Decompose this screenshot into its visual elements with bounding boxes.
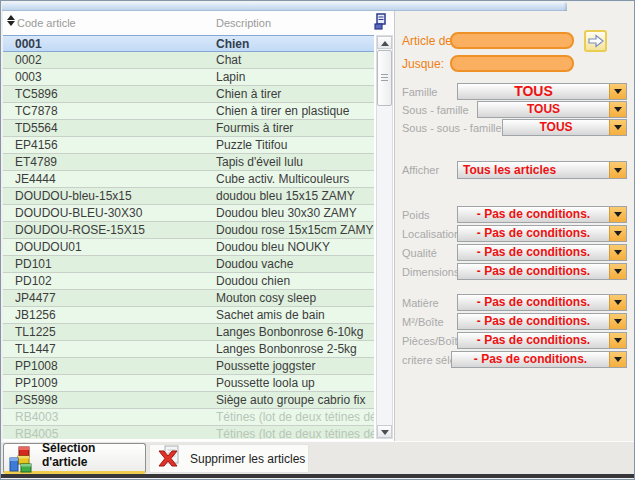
table-row[interactable]: TD5564 Fourmis à tirer — [3, 120, 374, 137]
table-row[interactable]: TC7878 Chien à tirer en plastique — [3, 103, 374, 120]
table-row[interactable]: RB4005 Tétines (lot de deux tétines débi… — [3, 426, 374, 439]
cell-article-code: PD101 — [3, 256, 214, 272]
cell-article-code: ET4789 — [3, 154, 214, 170]
chevron-down-icon[interactable] — [609, 102, 626, 117]
cell-article-code: 0001 — [3, 36, 214, 51]
cell-article-code: TC5896 — [3, 86, 214, 102]
chevron-down-icon[interactable] — [609, 245, 626, 260]
table-row[interactable]: DOUDOU-bleu-15x15 doudou bleu 15x15 ZAMY — [3, 188, 374, 205]
filter-label: Qualité — [402, 247, 437, 259]
table-row[interactable]: DOUDOU-BLEU-30X30 Doudou bleu 30x30 ZAMY — [3, 205, 374, 222]
table-row[interactable]: PS5998 Siège auto groupe cabrio fix — [3, 392, 374, 409]
scroll-up-button[interactable] — [377, 36, 392, 49]
cell-article-code: TD5564 — [3, 120, 214, 136]
condition-dropdown[interactable]: - Pas de conditions. — [451, 351, 627, 368]
table-row[interactable]: 0002 Chat — [3, 52, 374, 69]
scroll-down-button[interactable] — [377, 425, 392, 438]
chevron-down-icon[interactable] — [609, 162, 626, 178]
article-selection-window: ✕ Code article Description 0001 Chien — [0, 0, 635, 480]
condition-filter-row: Qualité - Pas de conditions. — [395, 244, 635, 263]
delete-articles-button[interactable]: Supprimer les articles — [149, 444, 309, 473]
cell-article-description: Doudou bleu 30x30 ZAMY — [214, 205, 374, 221]
condition-dropdown[interactable]: - Pas de conditions. — [457, 294, 627, 311]
chevron-down-icon[interactable] — [609, 84, 626, 99]
table-row[interactable]: PP1008 Poussette joggster — [3, 358, 374, 375]
cell-article-description: Poussette loola up — [214, 375, 374, 391]
table-row[interactable]: EP4156 Puzzle Titifou — [3, 137, 374, 154]
table-row[interactable]: ET4789 Tapis d'éveil lulu — [3, 154, 374, 171]
chevron-down-icon[interactable] — [609, 333, 626, 348]
condition-filters-group-1: Poids - Pas de conditions. Localisation … — [395, 206, 635, 282]
article-to-input[interactable] — [450, 55, 574, 72]
display-filter-row: Afficher Tous les articles — [395, 161, 635, 179]
field-chooser-icon[interactable] — [374, 13, 387, 34]
cell-article-description: Tétines (lot de deux tétines débit — [214, 426, 374, 439]
filter-label: M²/Boîte — [402, 316, 444, 328]
table-row[interactable]: 0001 Chien — [3, 35, 374, 52]
table-row[interactable]: JP4477 Mouton cosy sleep — [3, 290, 374, 307]
dropdown-value: - Pas de conditions. — [458, 295, 626, 310]
table-row[interactable]: JE4444 Cube activ. Multicouleurs — [3, 171, 374, 188]
cell-article-code: RB4005 — [3, 426, 214, 439]
table-row[interactable]: PD102 Doudou chien — [3, 273, 374, 290]
condition-filter-row: Poids - Pas de conditions. — [395, 206, 635, 225]
cell-article-code: DOUDOU-ROSE-15X15 — [3, 222, 214, 238]
cell-article-description: Doudou rose 15x15cm ZAMY — [214, 222, 374, 238]
chevron-down-icon[interactable] — [609, 120, 626, 135]
family-dropdown[interactable]: TOUS — [477, 101, 627, 118]
table-row[interactable]: JB1256 Sachet amis de bain — [3, 307, 374, 324]
condition-filter-row: M²/Boîte - Pas de conditions. — [395, 313, 635, 332]
condition-dropdown[interactable]: - Pas de conditions. — [457, 206, 627, 223]
table-row[interactable]: DOUDOU-ROSE-15X15 Doudou rose 15x15cm ZA… — [3, 222, 374, 239]
cell-article-code: TC7878 — [3, 103, 214, 119]
chevron-down-icon[interactable] — [609, 352, 626, 367]
filter-panel: Article de: Jusque: Famille TOUS — [394, 11, 634, 441]
cubes-icon — [9, 446, 37, 476]
table-row[interactable]: PD101 Doudou vache — [3, 256, 374, 273]
chevron-down-icon[interactable] — [609, 314, 626, 329]
filter-label: Dimensions — [402, 266, 459, 278]
chevron-down-icon[interactable] — [609, 295, 626, 310]
table-row[interactable]: TL1225 Langes Bonbonrose 6-10kg — [3, 324, 374, 341]
table-row[interactable]: PP1009 Poussette loola up — [3, 375, 374, 392]
delete-x-icon — [156, 445, 182, 472]
condition-dropdown[interactable]: - Pas de conditions. — [457, 244, 627, 261]
family-dropdown[interactable]: TOUS — [502, 119, 627, 136]
table-row[interactable]: RB4003 Tétines (lot de deux tétines débi… — [3, 409, 374, 426]
apply-range-button[interactable] — [584, 30, 607, 52]
condition-dropdown[interactable]: - Pas de conditions. — [457, 263, 627, 280]
dropdown-value: Tous les articles — [458, 163, 626, 178]
titlebar[interactable] — [2, 2, 633, 11]
cell-article-code: EP4156 — [3, 137, 214, 153]
chevron-down-icon[interactable] — [609, 264, 626, 279]
article-from-input[interactable] — [450, 32, 574, 49]
family-dropdown[interactable]: TOUS — [457, 83, 627, 100]
dropdown-value: - Pas de conditions. — [458, 314, 626, 329]
column-header-code[interactable]: Code article — [17, 17, 76, 29]
table-row[interactable]: TL1447 Langes Bonbonrose 2-5kg — [3, 341, 374, 358]
condition-dropdown[interactable]: - Pas de conditions. — [457, 225, 627, 242]
cell-article-code: DOUDOU01 — [3, 239, 214, 255]
cell-article-description: Sachet amis de bain — [214, 307, 374, 323]
dropdown-value: - Pas de conditions. — [458, 226, 626, 241]
display-dropdown[interactable]: Tous les articles — [457, 161, 627, 179]
cell-article-code: PP1008 — [3, 358, 214, 374]
column-header-description[interactable]: Description — [216, 17, 271, 29]
condition-dropdown[interactable]: - Pas de conditions. — [457, 313, 627, 330]
chevron-down-icon[interactable] — [609, 207, 626, 222]
sort-icon[interactable] — [6, 15, 15, 28]
dropdown-value: - Pas de conditions. — [452, 352, 626, 367]
chevron-down-icon[interactable] — [609, 226, 626, 241]
table-row[interactable]: DOUDOU01 Doudou bleu NOUKY — [3, 239, 374, 256]
table-row[interactable]: 0003 Lapin — [3, 69, 374, 86]
condition-filters-group-2: Matière - Pas de conditions. M²/Boîte - … — [395, 294, 635, 370]
article-selection-button[interactable]: Sélection d'article — [3, 443, 146, 474]
table-scrollbar[interactable] — [376, 35, 393, 439]
cell-article-code: JP4477 — [3, 290, 214, 306]
scrollbar-thumb[interactable] — [377, 50, 392, 106]
cell-article-code: 0002 — [3, 52, 214, 68]
table-row[interactable]: TC5896 Chien à tirer — [3, 86, 374, 103]
button-label: Supprimer les articles — [190, 452, 305, 466]
condition-dropdown[interactable]: - Pas de conditions. — [457, 332, 627, 349]
cell-article-description: Doudou vache — [214, 256, 374, 272]
